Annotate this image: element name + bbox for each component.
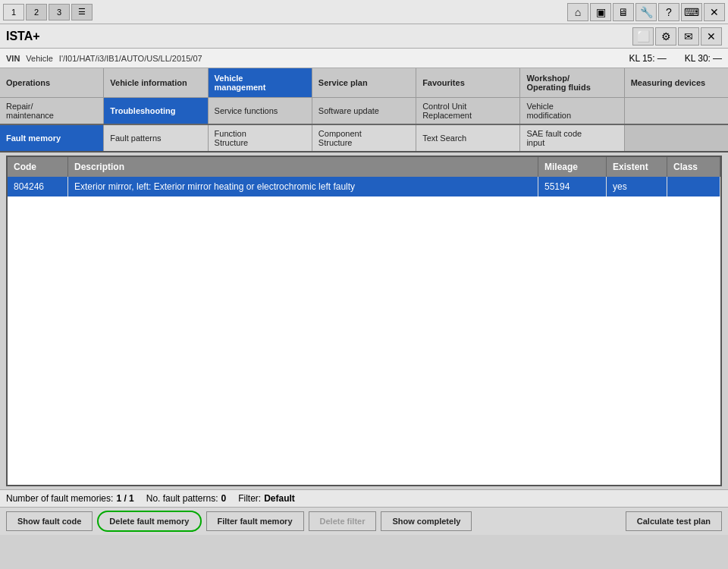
- fault-memory-table: Code Description Mileage Existent Class …: [6, 156, 722, 486]
- kl30-label: KL 30: —: [685, 53, 722, 64]
- nav-software-update[interactable]: Software update: [312, 98, 416, 124]
- kl15-label: KL 15: —: [629, 53, 666, 64]
- app-settings-icon[interactable]: ⚙: [655, 27, 676, 46]
- vin-label: VIN: [6, 54, 20, 63]
- question-icon[interactable]: ?: [658, 3, 679, 21]
- nav-workshop-fluids[interactable]: Workshop/ Operating fluids: [520, 68, 624, 97]
- td-code: 804246: [8, 177, 68, 196]
- fault-memories-value: 1 / 1: [116, 493, 133, 504]
- col-header-description: Description: [68, 157, 538, 177]
- app-close-icon[interactable]: ✕: [701, 27, 722, 46]
- td-existent: yes: [607, 177, 667, 196]
- app-title: ISTA+: [6, 30, 632, 43]
- title-tab-1[interactable]: 1: [3, 4, 24, 20]
- nav-text-search[interactable]: Text Search: [416, 125, 520, 151]
- title-bar-icons: ⌂ ▣ 🖥 🔧 ? ⌨ ✕: [567, 3, 725, 21]
- col-header-code: Code: [8, 157, 68, 177]
- nav-empty-1: [625, 98, 728, 124]
- app-minimize-icon[interactable]: ⬜: [632, 27, 654, 46]
- fault-patterns-label: No. fault patterns:: [146, 493, 218, 504]
- nav-vehicle-information[interactable]: Vehicle information: [104, 68, 208, 97]
- nav-fault-memory[interactable]: Fault memory: [0, 125, 104, 151]
- nav-service-functions[interactable]: Service functions: [209, 98, 312, 124]
- filter-fault-memory-button[interactable]: Filter fault memory: [206, 511, 304, 531]
- td-class: [667, 177, 720, 196]
- fault-memories-label: Number of fault memories:: [6, 493, 113, 504]
- kl30-value: —: [713, 53, 722, 64]
- keyboard-icon[interactable]: ⌨: [681, 3, 702, 21]
- nav-vehicle-management[interactable]: Vehicle management: [209, 68, 312, 97]
- show-completely-button[interactable]: Show completely: [381, 511, 472, 531]
- filter-value: Default: [264, 493, 295, 504]
- vehicle-label: Vehicle: [26, 54, 52, 63]
- nav-repair-maintenance[interactable]: Repair/ maintenance: [0, 98, 104, 124]
- nav-function-structure[interactable]: Function Structure: [209, 125, 312, 151]
- nav-row-3: Fault memory Fault patterns Function Str…: [0, 125, 728, 152]
- col-header-existent: Existent: [607, 157, 667, 177]
- col-header-class: Class: [667, 157, 720, 177]
- nav-operations[interactable]: Operations: [0, 68, 104, 97]
- title-tab-2[interactable]: 2: [26, 4, 47, 20]
- status-bar: Number of fault memories: 1 / 1 No. faul…: [0, 489, 728, 507]
- table-body-empty: [8, 196, 720, 485]
- nav-favourites[interactable]: Favourites: [416, 68, 520, 97]
- title-tab-list[interactable]: ☰: [71, 4, 93, 20]
- col-header-mileage: Mileage: [538, 157, 607, 177]
- nav-fault-patterns[interactable]: Fault patterns: [104, 125, 208, 151]
- td-mileage: 55194: [538, 177, 607, 196]
- title-tabs: 1 2 3 ☰: [3, 4, 567, 20]
- delete-filter-button[interactable]: Delete filter: [309, 511, 377, 531]
- vehicle-value: I'/I01/HAT/i3/IB1/AUTO/US/LL/2015/07: [59, 54, 202, 63]
- nav-row-2: Repair/ maintenance Troubleshooting Serv…: [0, 98, 728, 125]
- app-mail-icon[interactable]: ✉: [678, 27, 699, 46]
- title-tab-3[interactable]: 3: [49, 4, 70, 20]
- nav-troubleshooting[interactable]: Troubleshooting: [104, 98, 208, 124]
- nav-control-unit-replacement[interactable]: Control Unit Replacement: [416, 98, 520, 124]
- nav-component-structure[interactable]: Component Structure: [312, 125, 416, 151]
- show-fault-code-button[interactable]: Show fault code: [6, 511, 93, 531]
- nav-vehicle-modification[interactable]: Vehicle modification: [520, 98, 624, 124]
- td-description: Exterior mirror, left: Exterior mirror h…: [68, 177, 538, 196]
- kl15-value: —: [657, 53, 667, 64]
- table-row[interactable]: 804246 Exterior mirror, left: Exterior m…: [8, 177, 720, 196]
- table-header: Code Description Mileage Existent Class: [8, 157, 720, 177]
- nav-measuring-devices[interactable]: Measuring devices: [625, 68, 728, 97]
- nav-service-plan[interactable]: Service plan: [312, 68, 416, 97]
- nav-row-1: Operations Vehicle information Vehicle m…: [0, 68, 728, 98]
- bottom-bar: Show fault code Delete fault memory Filt…: [0, 507, 728, 535]
- vehicle-bar: VIN Vehicle I'/I01/HAT/i3/IB1/AUTO/US/LL…: [0, 49, 728, 68]
- screen-icon[interactable]: 🖥: [613, 3, 634, 21]
- calculate-test-plan-button[interactable]: Calculate test plan: [626, 511, 722, 531]
- app-bar-icons: ⬜ ⚙ ✉ ✕: [632, 27, 722, 46]
- title-bar: 1 2 3 ☰ ⌂ ▣ 🖥 🔧 ? ⌨ ✕: [0, 0, 728, 24]
- monitor-icon[interactable]: ▣: [590, 3, 611, 21]
- app-bar: ISTA+ ⬜ ⚙ ✉ ✕: [0, 24, 728, 49]
- home-icon[interactable]: ⌂: [567, 3, 588, 21]
- close-icon[interactable]: ✕: [704, 3, 725, 21]
- nav-empty-2: [625, 125, 728, 151]
- filter-label: Filter:: [238, 493, 261, 504]
- wrench-icon[interactable]: 🔧: [635, 3, 657, 21]
- delete-fault-memory-button[interactable]: Delete fault memory: [97, 511, 201, 532]
- fault-patterns-value: 0: [221, 493, 226, 504]
- nav-sae-fault-code[interactable]: SAE fault code input: [520, 125, 624, 151]
